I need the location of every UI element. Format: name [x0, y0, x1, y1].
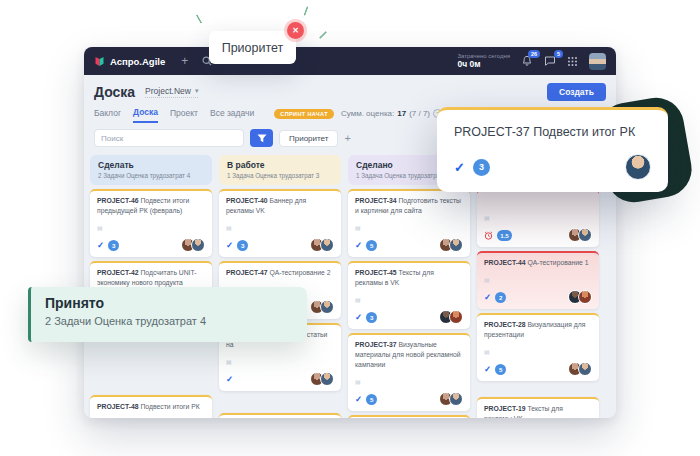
app-window: Аспро.Agile + Сп Затрачено сегодня 0ч 0м…	[84, 47, 616, 418]
check-icon: ✓	[355, 394, 362, 404]
task-card[interactable]: PROJECT-40 Баннер для рекламы VK ▤ ✓3	[219, 189, 341, 257]
description-icon: ▤	[226, 359, 232, 366]
task-popup-card[interactable]: PROJECT-37 Подвести итог РК ✓ 3	[437, 107, 668, 192]
card-title: PROJECT-47 QA-тестирование 2	[226, 268, 334, 278]
card-title: PROJECT-45 Тексты для рекламы в VK	[355, 268, 463, 288]
deadline-clock-icon	[484, 231, 493, 240]
create-quick-button[interactable]: +	[181, 54, 188, 68]
avatar-man	[191, 238, 205, 252]
time-tracker: Затрачено сегодня 0ч 0м	[457, 53, 510, 69]
column-meta: 2 Задачи Оценка трудозатрат 4	[98, 172, 204, 179]
callout-subtitle: 2 Задачи Оценка трудозатрат 4	[45, 315, 293, 327]
card-title: PROJECT-19 Тексты для рекламы VK	[484, 404, 592, 418]
screenshot-canvas: Аспро.Agile + Сп Затрачено сегодня 0ч 0м…	[0, 0, 700, 456]
assignees	[314, 300, 334, 314]
funnel-icon	[257, 134, 267, 143]
score-extra: (7 / 7)	[409, 109, 430, 118]
avatar-man	[625, 154, 651, 180]
task-card[interactable]: PROJECT-45 Тексты для рекламы в VK ▤ ✓3	[348, 261, 470, 329]
check-icon: ✓	[226, 240, 233, 250]
task-card[interactable]: PROJECT-19 Тексты для рекламы VK ▤ ✓5	[477, 397, 599, 418]
sprint-status-badge: СПРИНТ НАЧАТ	[274, 109, 334, 119]
estimate-badge: 5	[366, 394, 377, 405]
description-icon: ▤	[484, 349, 490, 356]
tab-project[interactable]: Проект	[170, 108, 198, 122]
card-title: PROJECT-44 QA-тестирование 1	[484, 258, 592, 268]
tab-board[interactable]: Доска	[133, 107, 158, 123]
estimate-badge: 3	[473, 159, 490, 176]
messages-button[interactable]: 5	[544, 55, 556, 67]
task-card[interactable]: PROJECT-34 Подготовить тексты и картинки…	[348, 189, 470, 257]
time-value: 0ч 0м	[457, 60, 510, 69]
avatar-man	[578, 362, 592, 376]
apps-grid-icon[interactable]	[567, 56, 578, 67]
notifications-button[interactable]: 26	[521, 55, 533, 67]
estimate-badge: 5	[366, 240, 377, 251]
notifications-badge: 26	[528, 50, 540, 58]
messages-badge: 5	[554, 50, 563, 58]
estimate-badge: 3	[237, 240, 248, 251]
description-icon: ▤	[226, 225, 232, 232]
task-card[interactable]: PROJECT-23 Итоги РК ▤ ✓5	[348, 415, 470, 418]
avatar-man	[578, 228, 592, 242]
estimate-badge: 5	[495, 364, 506, 375]
estimate-badge: 1.5	[497, 230, 512, 241]
page-title: Доска	[94, 84, 135, 100]
column-accepted: Принято 2 Задачи Оценка трудозатрат 4 ▤ …	[477, 155, 599, 418]
task-card[interactable]: PROJECT-37 Визуальные материалы для ново…	[348, 333, 470, 411]
estimate-badge: 3	[366, 312, 377, 323]
avatar-man	[320, 238, 334, 252]
search-input[interactable]	[94, 129, 244, 147]
create-button[interactable]: Создать	[547, 83, 606, 101]
avatar-man	[320, 372, 334, 386]
project-name: Project.New	[145, 86, 191, 96]
add-filter-button[interactable]: +	[344, 132, 350, 144]
check-icon: ✓	[484, 364, 491, 374]
column-header[interactable]: Сделать 2 Задачи Оценка трудозатрат 4	[90, 155, 212, 185]
filter-button[interactable]	[250, 129, 273, 147]
card-title: PROJECT-46 Подвести итоги предыдущей РК …	[97, 196, 205, 216]
column-done: Сделано 1 Задача Оценка трудозатрат PROJ…	[348, 155, 470, 418]
check-icon: ✓	[355, 240, 362, 250]
column-meta: 1 Задача Оценка трудозатрат 3	[227, 172, 333, 179]
card-title: PROJECT-40 Баннер для рекламы VK	[226, 196, 334, 216]
card-title: PROJECT-48 Подвести итоги РК	[97, 402, 205, 412]
card-title	[484, 196, 592, 206]
description-icon: ▤	[97, 225, 103, 232]
tab-all-tasks[interactable]: Все задачи	[210, 108, 254, 122]
assignees	[443, 392, 463, 406]
task-card[interactable]: PROJECT-28 Визуализация для презентации …	[477, 313, 599, 381]
project-selector[interactable]: Project.New ▾	[145, 86, 198, 98]
assignees	[572, 290, 592, 304]
decorative-sprig	[303, 6, 308, 16]
tab-backlog[interactable]: Баклог	[94, 108, 121, 122]
check-icon: ✓	[97, 240, 104, 250]
assignees	[443, 310, 463, 324]
task-card[interactable]: теории ✓3	[219, 413, 341, 418]
description-icon: ▤	[355, 297, 361, 304]
task-card[interactable]: PROJECT-46 Подвести итоги предыдущей РК …	[90, 189, 212, 257]
assignees	[443, 238, 463, 252]
score-value: 17	[397, 109, 406, 118]
accepted-column-callout: Принято 2 Задачи Оценка трудозатрат 4	[28, 287, 307, 342]
task-card[interactable]: ▤ 1.5	[477, 189, 599, 247]
user-avatar[interactable]	[589, 53, 606, 70]
top-bar: Аспро.Agile + Сп Затрачено сегодня 0ч 0м…	[84, 47, 616, 75]
assignees	[572, 362, 592, 376]
popup-title: PROJECT-37 Подвести итог РК	[454, 125, 651, 139]
close-icon[interactable]: ✕	[287, 22, 304, 39]
app-name: Аспро.Agile	[110, 56, 165, 67]
decorative-sprig	[319, 31, 327, 39]
task-card[interactable]: PROJECT-44 QA-тестирование 1 ▤ ✓2	[477, 251, 599, 309]
column-header[interactable]: В работе 1 Задача Оценка трудозатрат 3	[219, 155, 341, 185]
column-name: Сделать	[98, 160, 204, 170]
check-icon: ✓	[355, 312, 362, 322]
check-icon: ✓	[484, 292, 491, 302]
priority-filter-chip[interactable]: Приоритет	[279, 130, 338, 147]
description-icon: ▤	[484, 215, 490, 222]
decorative-sprig	[196, 14, 203, 24]
check-icon: ✓	[454, 160, 465, 175]
task-card[interactable]: PROJECT-48 Подвести итоги РК ▤ ✓3	[90, 395, 212, 418]
app-logo-icon	[94, 56, 105, 67]
card-title: PROJECT-34 Подготовить тексты и картинки…	[355, 196, 463, 216]
